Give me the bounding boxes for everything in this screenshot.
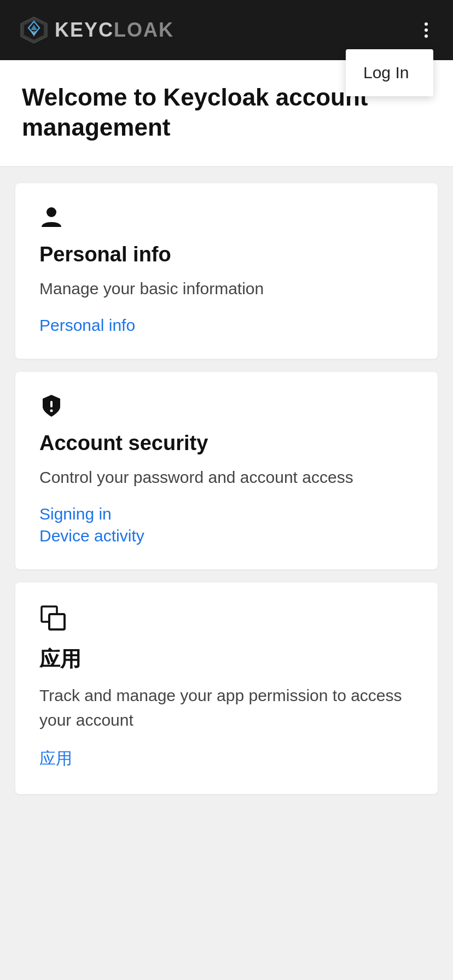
account-security-title: Account security <box>39 431 414 455</box>
dot2 <box>425 28 428 32</box>
personal-info-card: Personal info Manage your basic informat… <box>15 183 438 359</box>
svg-rect-6 <box>50 401 53 407</box>
dot3 <box>425 34 428 38</box>
cards-container: Personal info Manage your basic informat… <box>0 167 453 810</box>
dot1 <box>425 22 428 26</box>
shield-svg <box>39 394 63 418</box>
svg-point-7 <box>50 410 53 412</box>
personal-info-title: Personal info <box>39 243 414 266</box>
person-svg <box>39 205 63 229</box>
more-options-button[interactable] <box>419 17 433 43</box>
logo-key: KEYC <box>55 19 114 41</box>
dropdown-menu: Log In <box>346 49 433 96</box>
account-security-description: Control your password and account access <box>39 465 414 489</box>
logo-text: KEYCLOAK <box>55 19 174 42</box>
logo-cloak: LOAK <box>114 19 174 41</box>
login-menu-item[interactable]: Log In <box>346 54 433 92</box>
applications-description: Track and manage your app permission to … <box>39 683 414 732</box>
logo: KEYCLOAK <box>20 16 174 44</box>
applications-title: 应用 <box>39 645 414 673</box>
personal-info-description: Manage your basic information <box>39 276 414 301</box>
shield-icon <box>39 394 414 422</box>
svg-point-5 <box>47 207 56 217</box>
apps-svg <box>39 604 67 632</box>
keycloak-logo-icon <box>20 16 48 44</box>
person-icon <box>39 205 414 233</box>
device-activity-link[interactable]: Device activity <box>39 527 414 545</box>
applications-card: 应用 Track and manage your app permission … <box>15 582 438 794</box>
personal-info-link[interactable]: Personal info <box>39 316 414 335</box>
apps-icon <box>39 604 414 635</box>
signing-in-link[interactable]: Signing in <box>39 505 414 523</box>
applications-link[interactable]: 应用 <box>39 748 414 770</box>
svg-rect-9 <box>49 614 65 629</box>
account-security-card: Account security Control your password a… <box>15 372 438 569</box>
